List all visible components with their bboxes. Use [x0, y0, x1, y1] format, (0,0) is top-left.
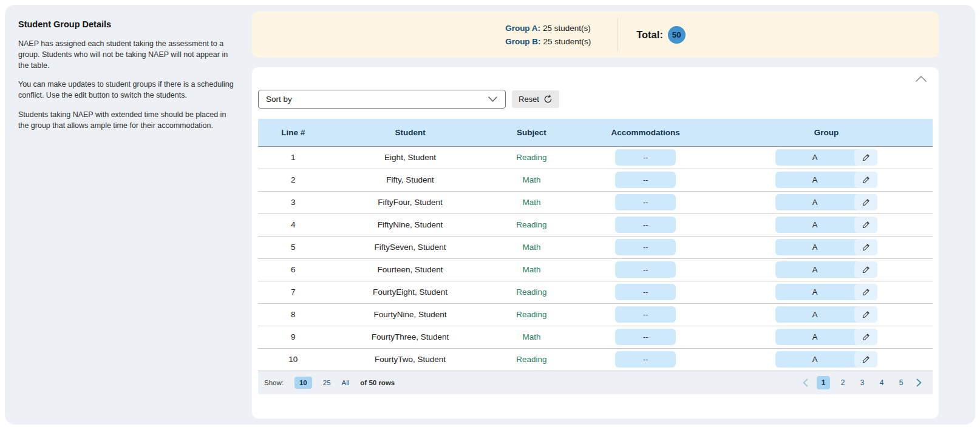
page-5-button[interactable]: 5 — [894, 376, 908, 389]
total-count: Total: 50 — [636, 26, 686, 44]
total-rows-label: of 50 rows — [360, 379, 395, 386]
accommodations-value: -- — [615, 351, 676, 368]
line-number-cell: 5 — [258, 236, 328, 258]
pencil-icon — [862, 266, 870, 274]
reset-label: Reset — [519, 95, 539, 104]
sort-by-select[interactable]: Sort by — [258, 90, 506, 109]
accommodations-value: -- — [615, 329, 676, 345]
reset-button[interactable]: Reset — [512, 90, 559, 108]
subject-cell: Math — [492, 326, 571, 348]
banner-divider — [618, 18, 618, 51]
student-name-cell: FourtyEight, Student — [328, 281, 492, 303]
show-label: Show: — [264, 379, 284, 386]
column-header-student: Student — [328, 119, 492, 146]
line-number-cell: 9 — [258, 326, 328, 348]
group-value: A — [775, 194, 854, 210]
group-value: A — [775, 239, 854, 255]
accommodations-cell: -- — [571, 146, 720, 169]
edit-group-button[interactable] — [854, 194, 877, 210]
page-size-controls: Show: 10 25 All of 50 rows — [264, 377, 395, 389]
pencil-icon — [862, 311, 870, 319]
edit-group-button[interactable] — [854, 284, 877, 300]
group-a-value: 25 student(s) — [543, 24, 591, 33]
group-summary-banner: Group A: 25 student(s) Group B: 25 stude… — [252, 12, 939, 58]
pencil-icon — [862, 153, 870, 162]
pencil-icon — [862, 198, 870, 207]
subject-cell: Math — [492, 191, 571, 213]
accommodations-value: -- — [615, 306, 676, 323]
edit-group-button[interactable] — [854, 239, 877, 255]
edit-group-button[interactable] — [854, 351, 877, 368]
subject-cell: Math — [492, 258, 571, 281]
line-number-cell: 8 — [258, 303, 328, 326]
chevron-left-icon — [803, 378, 808, 387]
group-a-label: Group A: — [505, 24, 540, 33]
page-size-25[interactable]: 25 — [323, 379, 331, 386]
page-2-button[interactable]: 2 — [836, 376, 849, 389]
group-value: A — [775, 261, 854, 278]
accommodations-cell: -- — [571, 258, 720, 281]
next-page-button[interactable] — [914, 378, 924, 387]
edit-group-button[interactable] — [854, 149, 877, 166]
student-table: Line # Student Subject Accommodations Gr… — [258, 119, 933, 371]
group-pill: A — [775, 172, 877, 188]
page-size-all[interactable]: All — [342, 379, 350, 386]
collapse-panel-button[interactable] — [914, 75, 928, 83]
group-cell: A — [720, 348, 933, 371]
table-row: 5 FiftySeven, Student Math -- A — [258, 236, 933, 258]
pencil-icon — [862, 288, 870, 297]
student-name-cell: Eight, Student — [328, 146, 492, 169]
table-body: 1 Eight, Student Reading -- A 2 Fifty, S… — [258, 146, 933, 371]
edit-group-button[interactable] — [854, 306, 877, 323]
edit-group-button[interactable] — [854, 329, 877, 345]
student-name-cell: FourtyTwo, Student — [328, 348, 492, 371]
line-number-cell: 6 — [258, 258, 328, 281]
table-controls: Sort by Reset — [258, 67, 933, 109]
line-number-cell: 1 — [258, 146, 328, 169]
total-badge: 50 — [668, 26, 686, 44]
edit-group-button[interactable] — [854, 261, 877, 278]
page-1-button[interactable]: 1 — [817, 376, 830, 389]
group-value: A — [775, 306, 854, 323]
group-cell: A — [720, 303, 933, 326]
subject-cell: Reading — [492, 213, 571, 236]
pencil-icon — [862, 355, 870, 364]
pencil-icon — [862, 243, 870, 252]
group-cell: A — [720, 191, 933, 213]
group-value: A — [775, 149, 854, 166]
subject-cell: Reading — [492, 303, 571, 326]
accommodations-cell: -- — [571, 169, 720, 191]
accommodations-cell: -- — [571, 281, 720, 303]
student-name-cell: FiftySeven, Student — [328, 236, 492, 258]
group-pill: A — [775, 239, 877, 255]
group-pill: A — [775, 306, 877, 323]
student-name-cell: Fourteen, Student — [328, 258, 492, 281]
subject-cell: Reading — [492, 348, 571, 371]
page-size-10[interactable]: 10 — [294, 377, 312, 389]
student-name-cell: FourtyThree, Student — [328, 326, 492, 348]
group-pill: A — [775, 194, 877, 210]
group-cell: A — [720, 281, 933, 303]
table-row: 9 FourtyThree, Student Math -- A — [258, 326, 933, 348]
table-footer: Show: 10 25 All of 50 rows 1 2 3 4 5 — [258, 371, 933, 394]
edit-group-button[interactable] — [854, 172, 877, 188]
subject-cell: Math — [492, 236, 571, 258]
student-table-card: Sort by Reset Line # Student Subject Acc… — [252, 67, 939, 418]
group-pill: A — [775, 217, 877, 233]
pencil-icon — [862, 176, 870, 184]
edit-group-button[interactable] — [854, 217, 877, 233]
group-pill: A — [775, 351, 877, 368]
page-3-button[interactable]: 3 — [856, 376, 869, 389]
accommodations-cell: -- — [571, 191, 720, 213]
accommodations-value: -- — [615, 261, 676, 278]
accommodations-cell: -- — [571, 303, 720, 326]
page-4-button[interactable]: 4 — [875, 376, 888, 389]
sidebar-paragraph-2: You can make updates to student groups i… — [18, 79, 237, 101]
previous-page-button[interactable] — [800, 378, 811, 387]
total-label: Total: — [636, 29, 663, 41]
group-a-count: Group A: 25 student(s) — [505, 24, 591, 33]
accommodations-cell: -- — [571, 348, 720, 371]
group-cell: A — [720, 169, 933, 191]
group-b-label: Group B: — [505, 37, 541, 46]
accommodations-value: -- — [615, 239, 676, 255]
